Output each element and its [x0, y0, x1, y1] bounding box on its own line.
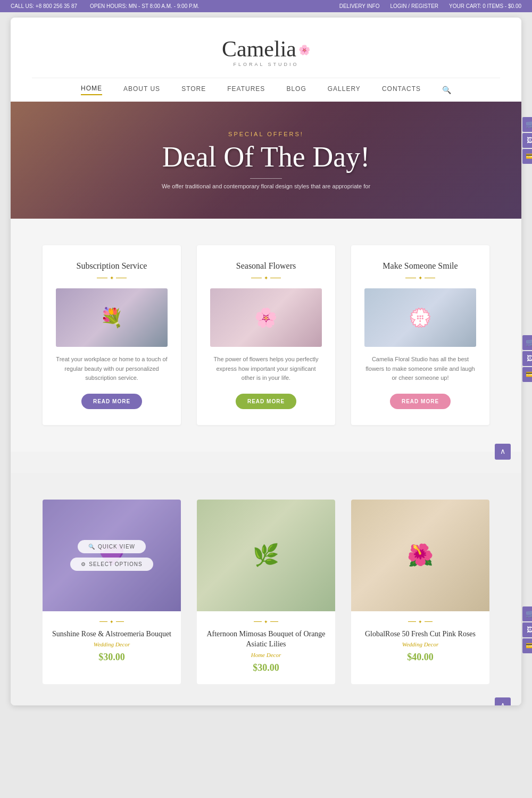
product-name-1: Sunshine Rose & Alstroemeria Bouquet — [51, 629, 173, 639]
product-divider-1: ✦ — [51, 619, 173, 625]
deco-icon-3: ✦ — [418, 275, 422, 281]
select-options-icon-1: ⚙ — [81, 561, 86, 567]
services-grid: Subscription Service ✦ Treat your workpl… — [43, 245, 489, 425]
card-divider-2: ✦ — [210, 275, 322, 281]
side-float-mid: 🛒 🖼 💳 — [522, 335, 532, 382]
product-overlay-1: 🔍 QUICK VIEW ⚙ SELECT OPTIONS — [43, 500, 181, 611]
read-more-btn-2[interactable]: READ MORE — [236, 394, 296, 409]
hero-divider — [250, 178, 282, 179]
product-name-3: GlobalRose 50 Fresh Cut Pink Roses — [359, 629, 481, 639]
product-info-1: ✦ Sunshine Rose & Alstroemeria Bouquet W… — [43, 611, 181, 674]
main-navigation: HOME ABOUT US STORE FEATURES BLOG GALLER… — [32, 78, 500, 102]
quick-view-label-1: QUICK VIEW — [98, 544, 135, 550]
top-bar-right: DELIVERY INFO LOGIN / REGISTER YOUR CART… — [339, 3, 521, 9]
product-image-wrap-3 — [351, 500, 489, 611]
nav-contacts[interactable]: CONTACTS — [382, 85, 421, 95]
quick-view-btn-1[interactable]: 🔍 QUICK VIEW — [78, 540, 146, 553]
product-card-1: 🔍 QUICK VIEW ⚙ SELECT OPTIONS — [43, 500, 181, 684]
side-cart-btn-2[interactable]: 🛒 — [522, 335, 532, 350]
nav-store[interactable]: STORE — [181, 85, 206, 95]
product-category-1: Wedding Decor — [51, 641, 173, 647]
hero-content: SPECIAL OFFERS! Deal Of The Day! We offe… — [162, 131, 370, 189]
deco-icon-1: ✦ — [110, 275, 114, 281]
select-options-btn-1[interactable]: ⚙ SELECT OPTIONS — [70, 558, 153, 571]
nav-about[interactable]: ABOUT US — [123, 85, 160, 95]
products-grid: 🔍 QUICK VIEW ⚙ SELECT OPTIONS — [43, 500, 489, 684]
services-section: Subscription Service ✦ Treat your workpl… — [11, 219, 521, 452]
select-options-label-1: SELECT OPTIONS — [89, 561, 143, 567]
product-card-2: ✦ Afternoon Mimosas Bouquet of Orange As… — [197, 500, 335, 684]
back-to-top-btn-2[interactable]: ∧ — [495, 697, 511, 705]
service-image-2 — [210, 288, 322, 347]
service-title-2: Seasonal Flowers — [210, 261, 322, 271]
product-category-2: Home Decor — [205, 652, 327, 658]
back-to-top-btn-1[interactable]: ∧ — [495, 444, 511, 460]
delivery-link[interactable]: DELIVERY INFO — [339, 3, 380, 9]
read-more-btn-3[interactable]: READ MORE — [390, 394, 451, 409]
main-wrapper: Camelia 🌸 FLORAL STUDIO HOME ABOUT US ST… — [11, 18, 521, 705]
side-cart-btn-1[interactable]: 🛒 — [522, 117, 532, 132]
product-info-2: ✦ Afternoon Mimosas Bouquet of Orange As… — [197, 611, 335, 684]
product-image-wrap-2 — [197, 500, 335, 611]
card-divider-1: ✦ — [56, 275, 168, 281]
side-card-btn-1[interactable]: 💳 — [522, 149, 532, 164]
cart-label[interactable]: YOUR CART: 0 ITEMS - $0.00 — [449, 3, 521, 9]
hero-banner: SPECIAL OFFERS! Deal Of The Day! We offe… — [11, 102, 521, 219]
hours-label: OPEN HOURS: MN - ST 8:00 A.M. - 9:00 P.M… — [90, 3, 199, 9]
read-more-btn-1[interactable]: READ MORE — [81, 394, 142, 409]
top-bar: CALL US: +8 800 256 35 87 OPEN HOURS: MN… — [0, 0, 532, 12]
phone-label: CALL US: +8 800 256 35 87 — [11, 3, 77, 9]
product-card-3: ✦ GlobalRose 50 Fresh Cut Pink Roses Wed… — [351, 500, 489, 684]
product-price-2: $30.00 — [205, 662, 327, 674]
service-card-smile: Make Someone Smile ✦ Camelia Floral Stud… — [351, 245, 489, 425]
product-price-1: $30.00 — [51, 652, 173, 663]
service-desc-3: Camelia Floral Studio has all the best f… — [364, 355, 476, 383]
service-title-1: Subscription Service — [56, 261, 168, 271]
products-section: 🔍 QUICK VIEW ⚙ SELECT OPTIONS — [11, 473, 521, 705]
product-divider-3: ✦ — [359, 619, 481, 625]
side-image-btn-1[interactable]: 🖼 — [522, 133, 532, 148]
prod-deco-2: ✦ — [264, 619, 268, 625]
product-image-wrap-1: 🔍 QUICK VIEW ⚙ SELECT OPTIONS — [43, 500, 181, 611]
logo-subtitle: FLORAL STUDIO — [32, 62, 500, 67]
service-image-3 — [364, 288, 476, 347]
hero-title: Deal Of The Day! — [162, 142, 370, 173]
product-info-3: ✦ GlobalRose 50 Fresh Cut Pink Roses Wed… — [351, 611, 489, 674]
logo-flower-icon: 🌸 — [298, 45, 310, 55]
service-card-subscription: Subscription Service ✦ Treat your workpl… — [43, 245, 181, 425]
service-card-seasonal: Seasonal Flowers ✦ The power of flowers … — [197, 245, 335, 425]
nav-features[interactable]: FEATURES — [227, 85, 265, 95]
nav-home[interactable]: HOME — [81, 85, 102, 95]
hero-special-label: SPECIAL OFFERS! — [162, 131, 370, 137]
product-image-3 — [351, 500, 489, 611]
service-title-3: Make Someone Smile — [364, 261, 476, 271]
service-image-1 — [56, 288, 168, 347]
logo-text: Camelia — [222, 37, 296, 61]
nav-gallery[interactable]: GALLERY — [328, 85, 361, 95]
prod-deco-1: ✦ — [110, 619, 114, 625]
login-link[interactable]: LOGIN / REGISTER — [390, 3, 438, 9]
hero-subtitle: We offer traditional and contemporary fl… — [162, 183, 370, 189]
logo-area: Camelia 🌸 FLORAL STUDIO — [32, 28, 500, 72]
deco-icon-2: ✦ — [264, 275, 268, 281]
service-desc-1: Treat your workplace or home to a touch … — [56, 355, 168, 383]
product-category-3: Wedding Decor — [359, 641, 481, 647]
product-price-3: $40.00 — [359, 652, 481, 663]
product-name-2: Afternoon Mimosas Bouquet of Orange Asia… — [205, 629, 327, 650]
side-float-bot: 🛒 🖼 💳 — [522, 606, 532, 653]
side-card-btn-3[interactable]: 💳 — [522, 638, 532, 653]
side-float-top: 🛒 🖼 💳 — [522, 117, 532, 164]
side-image-btn-3[interactable]: 🖼 — [522, 622, 532, 637]
product-divider-2: ✦ — [205, 619, 327, 625]
search-icon[interactable]: 🔍 — [442, 86, 451, 95]
side-image-btn-2[interactable]: 🖼 — [522, 351, 532, 366]
prod-deco-3: ✦ — [418, 619, 422, 625]
quick-view-icon-1: 🔍 — [88, 544, 95, 550]
side-card-btn-2[interactable]: 💳 — [522, 367, 532, 382]
service-desc-2: The power of flowers helps you perfectly… — [210, 355, 322, 383]
side-cart-btn-3[interactable]: 🛒 — [522, 606, 532, 621]
site-header: Camelia 🌸 FLORAL STUDIO HOME ABOUT US ST… — [11, 18, 521, 102]
top-bar-left: CALL US: +8 800 256 35 87 OPEN HOURS: MN… — [11, 3, 199, 9]
nav-blog[interactable]: BLOG — [286, 85, 306, 95]
card-divider-3: ✦ — [364, 275, 476, 281]
